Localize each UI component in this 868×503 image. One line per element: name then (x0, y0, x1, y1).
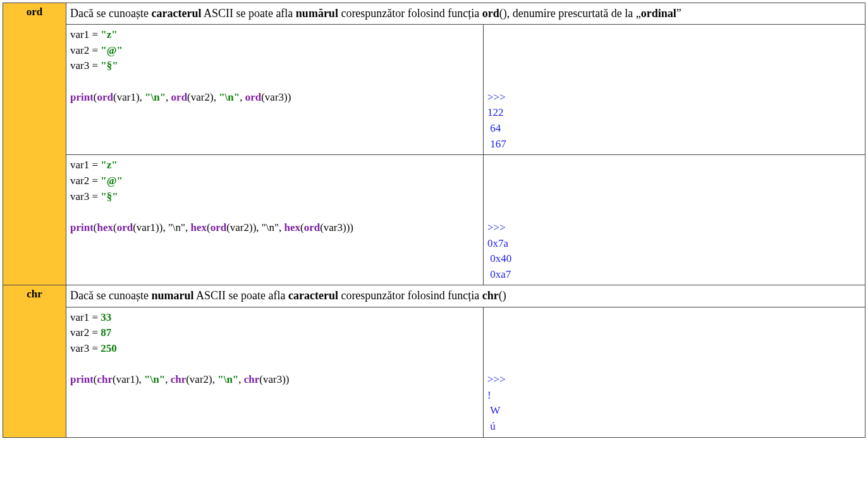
chr-example1-output: >>> ! W ú (484, 307, 865, 437)
section-label-ord: ord (3, 3, 66, 285)
text: corespunzător folosind funcția (338, 289, 482, 302)
section-label-chr: chr (3, 285, 66, 437)
bold: ord (482, 7, 499, 20)
text: (), denumire prescurtată de la „ (499, 7, 641, 20)
chr-description: Dacă se cunoaște numarul ASCII se poate … (66, 285, 865, 307)
bold: numarul (151, 289, 193, 302)
ord-example1-code: var1 = "z" var2 = "@" var3 = "§" print(o… (66, 25, 484, 155)
text: Dacă se cunoaște (70, 289, 151, 302)
bold: caracterul (288, 289, 338, 302)
ord-example1-output: >>> 122 64 167 (484, 25, 865, 155)
text: ASCII se poate afla (193, 289, 288, 302)
text: Dacă se cunoaște (70, 7, 151, 20)
ord-description: Dacă se cunoaște caracterul ASCII se poa… (66, 3, 865, 25)
ord-example2-output: >>> 0x7a 0x40 0xa7 (484, 155, 865, 285)
text: ASCII se poate afla (201, 7, 295, 20)
bold: chr (482, 289, 499, 302)
text: corespunzător folosind funcția (338, 7, 482, 20)
bold: caracterul (151, 7, 201, 20)
ord-example2-code: var1 = "z" var2 = "@" var3 = "§" print(h… (66, 155, 484, 285)
reference-table: ord Dacă se cunoaște caracterul ASCII se… (3, 3, 865, 438)
text: ” (676, 7, 682, 20)
chr-example1-code: var1 = 33 var2 = 87 var3 = 250 print(chr… (66, 307, 484, 437)
bold: ordinal (641, 7, 676, 20)
bold: numărul (296, 7, 338, 20)
text: () (499, 289, 506, 302)
